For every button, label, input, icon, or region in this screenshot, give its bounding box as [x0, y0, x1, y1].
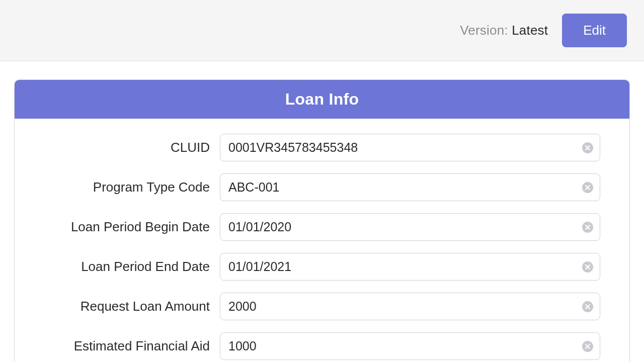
label-cluid: CLUID [44, 140, 210, 155]
input-estimated-financial-aid[interactable] [220, 332, 600, 360]
version-value: Latest [512, 23, 548, 38]
input-loan-period-begin[interactable] [220, 213, 600, 241]
label-loan-period-begin: Loan Period Begin Date [44, 219, 210, 235]
input-cluid[interactable] [220, 134, 600, 161]
input-wrap-loan-period-end [220, 253, 600, 281]
clear-icon[interactable] [582, 182, 593, 193]
input-wrap-cluid [220, 134, 600, 161]
clear-icon[interactable] [582, 341, 593, 352]
label-program-type-code: Program Type Code [44, 179, 210, 195]
row-loan-period-end: Loan Period End Date [44, 253, 600, 281]
form-rows: CLUID Program Type Code Lo [15, 119, 629, 362]
row-estimated-financial-aid: Estimated Financial Aid [44, 332, 600, 360]
input-wrap-program-type-code [220, 173, 600, 201]
input-wrap-request-loan-amount [220, 293, 600, 320]
card-header: Loan Info [15, 80, 629, 119]
input-wrap-loan-period-begin [220, 213, 600, 241]
label-loan-period-end: Loan Period End Date [44, 259, 210, 275]
clear-icon[interactable] [582, 142, 593, 153]
page-body: Loan Info CLUID Program Type Code [0, 79, 644, 362]
version-label: Version: [460, 23, 508, 38]
label-estimated-financial-aid: Estimated Financial Aid [44, 338, 210, 354]
top-bar: Version: Latest Edit [0, 0, 644, 61]
clear-icon[interactable] [582, 261, 593, 273]
clear-icon[interactable] [582, 301, 593, 312]
input-request-loan-amount[interactable] [220, 293, 600, 320]
input-loan-period-end[interactable] [220, 253, 600, 281]
row-loan-period-begin: Loan Period Begin Date [44, 213, 600, 241]
input-program-type-code[interactable] [220, 173, 600, 201]
input-wrap-estimated-financial-aid [220, 332, 600, 360]
loan-info-card: Loan Info CLUID Program Type Code [14, 79, 630, 362]
row-program-type-code: Program Type Code [44, 173, 600, 201]
row-request-loan-amount: Request Loan Amount [44, 293, 600, 320]
label-request-loan-amount: Request Loan Amount [44, 299, 210, 314]
version-indicator: Version: Latest [460, 23, 548, 38]
clear-icon[interactable] [582, 222, 593, 233]
edit-button[interactable]: Edit [562, 14, 627, 47]
row-cluid: CLUID [44, 134, 600, 161]
